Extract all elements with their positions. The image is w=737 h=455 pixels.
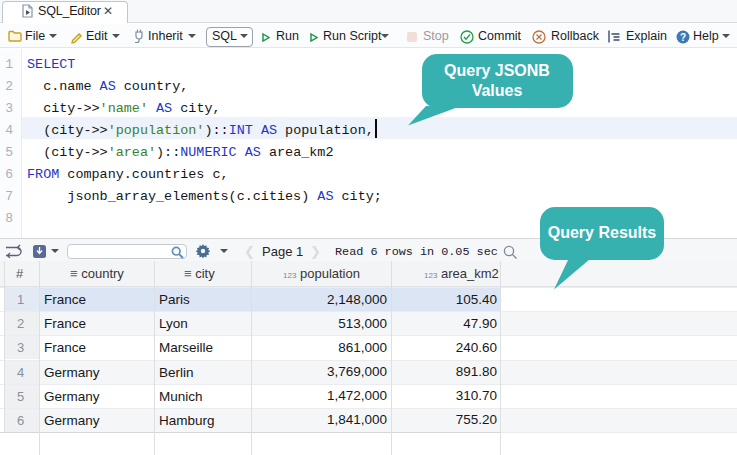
svg-text:?: ? [680, 32, 686, 43]
